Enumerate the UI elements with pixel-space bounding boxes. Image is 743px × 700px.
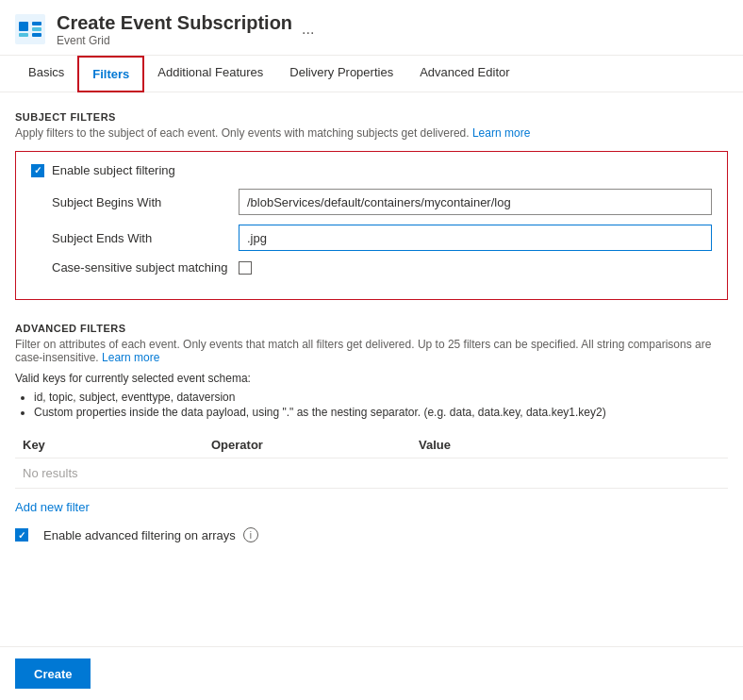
svg-rect-4: [19, 33, 28, 37]
event-grid-icon: [15, 14, 45, 44]
advanced-filters-title: ADVANCED FILTERS: [15, 323, 728, 334]
valid-keys-list: id, topic, subject, eventtype, dataversi…: [15, 391, 728, 419]
enable-array-filtering-checkbox[interactable]: [15, 528, 28, 542]
tab-filters[interactable]: Filters: [77, 56, 144, 92]
subject-filters-section: SUBJECT FILTERS Apply filters to the sub…: [15, 111, 728, 300]
subject-begins-with-input[interactable]: [239, 189, 712, 215]
subject-filters-box: Enable subject filtering Subject Begins …: [15, 151, 728, 300]
enable-array-filtering-row: Enable advanced filtering on arrays i: [15, 527, 728, 542]
valid-keys-item-1: id, topic, subject, eventtype, dataversi…: [34, 391, 728, 404]
svg-rect-1: [19, 22, 28, 31]
valid-keys-intro: Valid keys for currently selected event …: [15, 372, 728, 385]
enable-array-info-icon[interactable]: i: [243, 527, 258, 542]
tabs-bar: Basics Filters Additional Features Deliv…: [0, 56, 743, 92]
page-subtitle: Event Grid: [57, 34, 292, 47]
subject-begins-with-label: Subject Begins With: [31, 195, 239, 209]
case-sensitive-label: Case-sensitive subject matching: [31, 260, 239, 275]
svg-rect-3: [32, 27, 41, 31]
table-col-operator: Operator: [204, 432, 411, 458]
tab-additional-features[interactable]: Additional Features: [144, 56, 276, 92]
tab-advanced-editor[interactable]: Advanced Editor: [406, 56, 522, 92]
table-col-value: Value: [411, 432, 728, 458]
subject-filters-title: SUBJECT FILTERS: [15, 111, 728, 123]
advanced-filters-learn-more[interactable]: Learn more: [102, 351, 159, 364]
create-button[interactable]: Create: [15, 658, 91, 689]
table-col-key: Key: [15, 432, 204, 458]
main-content: SUBJECT FILTERS Apply filters to the sub…: [0, 92, 743, 561]
enable-subject-filtering-row: Enable subject filtering: [31, 163, 712, 177]
subject-ends-with-row: Subject Ends With: [31, 225, 712, 251]
subject-filters-learn-more[interactable]: Learn more: [472, 126, 530, 140]
svg-rect-5: [32, 33, 41, 37]
subject-filters-desc-text: Apply filters to the subject of each eve…: [15, 126, 470, 140]
enable-subject-filtering-checkbox[interactable]: [31, 164, 44, 177]
table-row-no-results: No results: [15, 458, 728, 489]
tab-delivery-properties[interactable]: Delivery Properties: [276, 56, 406, 92]
enable-subject-filtering-label: Enable subject filtering: [52, 163, 175, 177]
enable-array-filtering-label: Enable advanced filtering on arrays: [43, 528, 236, 542]
subject-ends-with-input[interactable]: [239, 225, 712, 251]
subject-ends-with-label: Subject Ends With: [31, 231, 239, 245]
case-sensitive-checkbox[interactable]: [239, 261, 252, 275]
advanced-filters-desc: Filter on attributes of each event. Only…: [15, 338, 728, 364]
advanced-filters-section: ADVANCED FILTERS Filter on attributes of…: [15, 323, 728, 542]
page-footer: Create: [0, 646, 743, 700]
header-text: Create Event Subscription Event Grid: [57, 11, 292, 47]
advanced-filters-table: Key Operator Value No results: [15, 432, 728, 489]
page-header: Create Event Subscription Event Grid ...: [0, 0, 743, 56]
subject-filters-desc: Apply filters to the subject of each eve…: [15, 126, 728, 140]
add-filter-link[interactable]: Add new filter: [15, 500, 90, 514]
no-results-cell: No results: [15, 458, 728, 489]
header-ellipsis-button[interactable]: ...: [302, 21, 314, 38]
subject-begins-with-row: Subject Begins With: [31, 189, 712, 215]
svg-rect-2: [32, 22, 41, 25]
tab-basics[interactable]: Basics: [15, 56, 77, 92]
valid-keys-item-2: Custom properties inside the data payloa…: [34, 406, 728, 419]
page-title: Create Event Subscription: [57, 11, 292, 34]
case-sensitive-row: Case-sensitive subject matching: [31, 260, 712, 275]
